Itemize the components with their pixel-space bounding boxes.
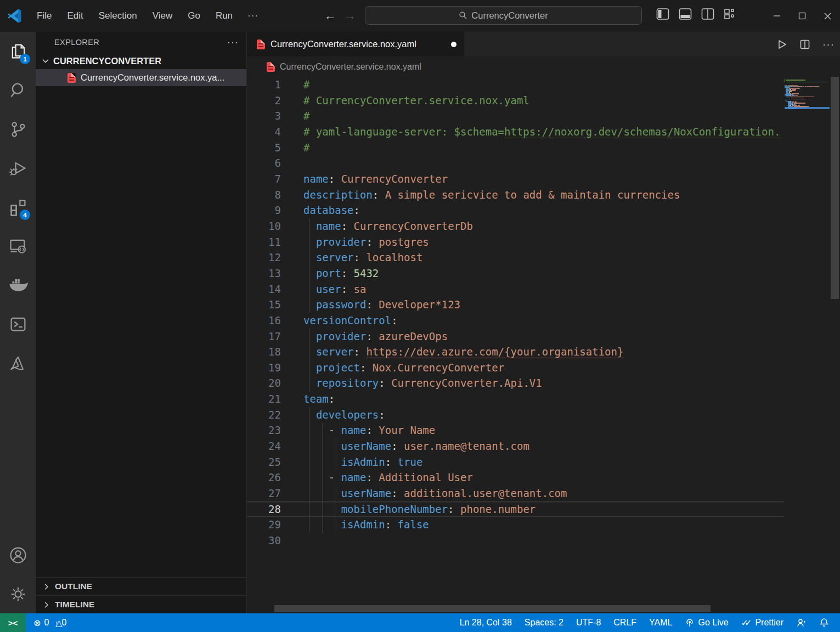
search-activity-button[interactable]: [0, 71, 36, 110]
menu-go[interactable]: Go: [182, 8, 206, 24]
menu-view[interactable]: View: [146, 8, 179, 24]
code-line-4[interactable]: 4# yaml-language-server: $schema=https:/…: [247, 124, 785, 140]
code-line-25[interactable]: 25 isAdmin: true: [247, 454, 785, 470]
code-line-12[interactable]: 12 server: localhost: [247, 250, 785, 266]
sidebar-more-actions[interactable]: ···: [227, 37, 239, 48]
go-live-button[interactable]: Go Live: [681, 613, 731, 632]
file-row-selected[interactable]: CurrencyConverter.service.nox.ya...: [36, 69, 246, 86]
line-number: 28: [247, 501, 303, 517]
minimap[interactable]: [785, 77, 830, 613]
code-line-27[interactable]: 27 userName: additional.user@tenant.com: [247, 486, 785, 501]
code-line-18[interactable]: 18 server: https://dev.azure.com/{your.o…: [247, 344, 785, 360]
line-number: 5: [247, 140, 303, 156]
cursor-position[interactable]: Ln 28, Col 38: [456, 613, 515, 632]
tab-active[interactable]: CurrencyConverter.service.nox.yaml: [247, 32, 464, 57]
code-area[interactable]: 1#2# CurrencyConverter.service.nox.yaml3…: [247, 77, 785, 549]
menu-run[interactable]: Run: [210, 8, 239, 24]
code-line-6[interactable]: 6: [247, 155, 785, 171]
folder-row[interactable]: CURRENCYCONVERTER: [36, 53, 246, 69]
accounts-activity-button[interactable]: [0, 535, 36, 574]
line-content: repository: CurrencyConverter.Api.V1: [303, 375, 785, 391]
menu-selection[interactable]: Selection: [93, 8, 143, 24]
code-line-30[interactable]: 30: [247, 533, 785, 549]
code-line-9[interactable]: 9database:: [247, 202, 785, 218]
code-line-24[interactable]: 24 userName: user.name@tenant.com: [247, 438, 785, 454]
unsaved-dot-icon[interactable]: [451, 42, 456, 47]
code-line-1[interactable]: 1#: [247, 77, 785, 93]
minimize-button[interactable]: [764, 0, 790, 32]
code-line-10[interactable]: 10 name: CurrencyConverterDb: [247, 218, 785, 234]
code-line-17[interactable]: 17 provider: azureDevOps: [247, 329, 785, 345]
timeline-label: TIMELINE: [55, 600, 94, 610]
encoding[interactable]: UTF-8: [573, 613, 604, 632]
outline-section[interactable]: OUTLINE: [36, 577, 246, 595]
command-center-search[interactable]: CurrencyConverter: [365, 6, 642, 25]
timeline-section[interactable]: TIMELINE: [36, 595, 246, 613]
code-line-20[interactable]: 20 repository: CurrencyConverter.Api.V1: [247, 375, 785, 391]
extensions-activity-button[interactable]: 4: [0, 188, 36, 227]
code-line-11[interactable]: 11 provider: postgres: [247, 234, 785, 250]
code-line-14[interactable]: 14 user: sa: [247, 281, 785, 297]
close-button[interactable]: [815, 0, 840, 32]
line-content: password: Developer*123: [303, 297, 785, 313]
code-line-21[interactable]: 21team:: [247, 391, 785, 407]
title-bar: FileEditSelectionViewGoRun··· ← → Curren…: [0, 0, 840, 32]
prettier-button[interactable]: ✓✓ Prettier: [738, 613, 787, 632]
maximize-button[interactable]: [790, 0, 815, 32]
remote-indicator[interactable]: ><: [0, 613, 26, 632]
remote-explorer-icon: [8, 236, 28, 256]
line-content: provider: azureDevOps: [303, 329, 785, 345]
search-icon: [8, 81, 28, 100]
indentation[interactable]: Spaces: 2: [521, 613, 567, 632]
file-name: CurrencyConverter.service.nox.ya...: [81, 72, 224, 83]
horizontal-scrollbar-thumb[interactable]: [274, 605, 711, 612]
status-problems[interactable]: ⊗ 0 △! 0: [26, 618, 66, 628]
line-content: - name: Additional User: [303, 470, 785, 486]
code-line-13[interactable]: 13 port: 5432: [247, 266, 785, 281]
settings-activity-button[interactable]: [0, 574, 36, 613]
more-actions-icon[interactable]: ···: [822, 38, 835, 50]
menu-file[interactable]: File: [31, 8, 58, 24]
customize-layout-icon[interactable]: [724, 8, 737, 20]
forward-arrow-icon[interactable]: →: [344, 9, 356, 23]
eol-sequence[interactable]: CRLF: [610, 613, 640, 632]
notifications-button[interactable]: [816, 613, 832, 632]
go-live-label: Go Live: [698, 618, 728, 628]
code-line-3[interactable]: 3#: [247, 108, 785, 124]
code-line-15[interactable]: 15 password: Developer*123: [247, 297, 785, 313]
code-line-7[interactable]: 7name: CurrencyConverter: [247, 171, 785, 187]
code-line-19[interactable]: 19 project: Nox.CurrencyConverter: [247, 360, 785, 376]
back-arrow-icon[interactable]: ←: [324, 9, 336, 23]
code-line-23[interactable]: 23 - name: Your Name: [247, 422, 785, 438]
docker-icon: [8, 275, 29, 296]
vertical-scrollbar[interactable]: [830, 77, 840, 613]
breadcrumb[interactable]: CurrencyConverter.service.nox.yaml: [247, 57, 840, 77]
line-number: 14: [247, 281, 303, 297]
toggle-sidebar-icon[interactable]: [656, 8, 670, 20]
feedback-button[interactable]: [793, 613, 810, 632]
menu-edit[interactable]: Edit: [61, 8, 89, 24]
explorer-activity-button[interactable]: 1: [0, 32, 36, 71]
code-line-5[interactable]: 5#: [247, 140, 785, 156]
vertical-scrollbar-thumb[interactable]: [831, 77, 839, 299]
remote-explorer-activity-button[interactable]: [0, 227, 36, 266]
run-debug-activity-button[interactable]: [0, 149, 36, 188]
code-line-16[interactable]: 16versionControl:: [247, 313, 785, 329]
menu-more[interactable]: ···: [242, 8, 264, 24]
terminal-activity-button[interactable]: [0, 304, 36, 343]
code-line-22[interactable]: 22 developers:: [247, 407, 785, 423]
toggle-panel-icon[interactable]: [679, 8, 692, 20]
language-mode[interactable]: YAML: [646, 613, 675, 632]
code-line-28[interactable]: 28 mobilePhoneNumber: phone.number: [247, 501, 785, 517]
code-line-2[interactable]: 2# CurrencyConverter.service.nox.yaml: [247, 93, 785, 109]
run-icon[interactable]: [776, 39, 787, 50]
azure-activity-button[interactable]: [0, 343, 36, 382]
code-line-26[interactable]: 26 - name: Additional User: [247, 470, 785, 486]
split-editor-icon[interactable]: [799, 39, 810, 50]
code-line-29[interactable]: 29 isAdmin: false: [247, 517, 785, 533]
horizontal-scrollbar[interactable]: [247, 605, 785, 612]
code-line-8[interactable]: 8description: A simple sericvice to add …: [247, 187, 785, 203]
source-control-activity-button[interactable]: [0, 110, 36, 149]
docker-activity-button[interactable]: [0, 266, 36, 304]
toggle-secondary-sidebar-icon[interactable]: [701, 8, 715, 20]
